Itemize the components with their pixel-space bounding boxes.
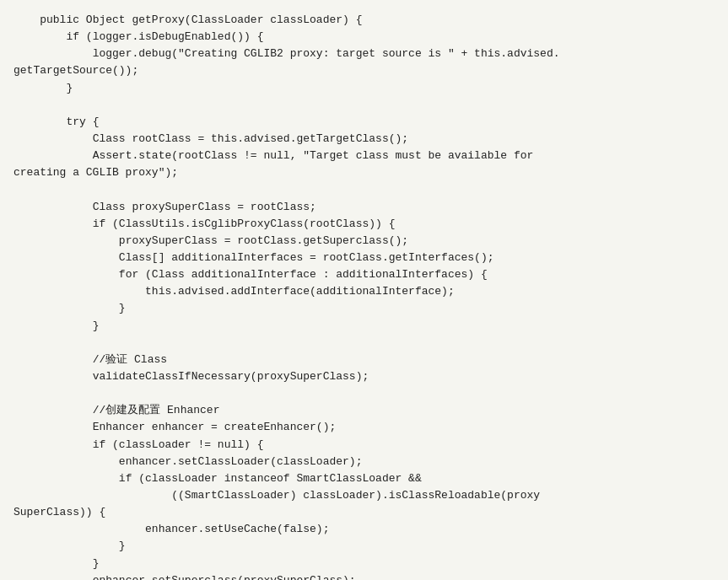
code-line: enhancer.setClassLoader(classLoader); (13, 454, 715, 470)
code-container: public Object getProxy(ClassLoader class… (0, 0, 728, 580)
code-line: } (13, 80, 715, 97)
code-line: Enhancer enhancer = createEnhancer(); (13, 419, 715, 436)
code-line: } (13, 556, 715, 572)
code-line: Assert.state(rootClass != null, "Target … (13, 148, 715, 164)
code-line: Class rootClass = this.advised.getTarget… (13, 131, 715, 148)
code-line: if (logger.isDebugEnabled()) { (13, 29, 715, 46)
code-line: this.advised.addInterface(additionalInte… (13, 283, 715, 300)
code-line: } (13, 300, 715, 317)
code-block: public Object getProxy(ClassLoader class… (0, 8, 728, 580)
code-line: logger.debug("Creating CGLIB2 proxy: tar… (13, 46, 715, 62)
code-line: enhancer.setUseCache(false); (13, 521, 715, 538)
code-line (13, 335, 715, 352)
code-line: validateClassIfNecessary(proxySuperClass… (13, 368, 715, 385)
code-line: //创建及配置 Enhancer (13, 402, 715, 419)
code-line: Class[] additionalInterfaces = rootClass… (13, 250, 715, 266)
code-line: if (classLoader != null) { (13, 437, 715, 454)
code-line: for (Class additionalInterface : additio… (13, 266, 715, 283)
code-line: SuperClass)) { (13, 504, 715, 521)
code-line: proxySuperClass = rootClass.getSuperclas… (13, 233, 715, 250)
code-line (13, 97, 715, 114)
code-line: if (classLoader instanceof SmartClassLoa… (13, 470, 715, 487)
code-line (13, 385, 715, 402)
code-line (13, 181, 715, 198)
code-line: enhancer.setSuperclass(proxySuperClass); (13, 572, 715, 580)
code-line: } (13, 318, 715, 335)
code-line: try { (13, 114, 715, 131)
code-line: ((SmartClassLoader) classLoader).isClass… (13, 487, 715, 504)
code-line: if (ClassUtils.isCglibProxyClass(rootCla… (13, 216, 715, 233)
code-line: public Object getProxy(ClassLoader class… (13, 12, 715, 29)
code-line: getTargetSource()); (13, 62, 715, 79)
code-line: } (13, 538, 715, 555)
code-line: Class proxySuperClass = rootClass; (13, 199, 715, 216)
code-line: creating a CGLIB proxy"); (13, 164, 715, 181)
code-line: //验证 Class (13, 352, 715, 368)
